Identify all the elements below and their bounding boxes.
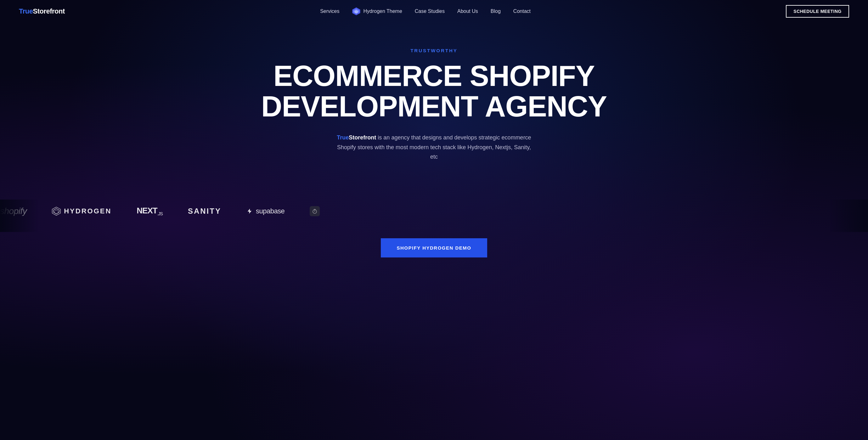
tech-logos-strip: shopify HYDROGEN NEXT.JS SANITY [0, 199, 868, 232]
nav-link-about-us[interactable]: About Us [457, 8, 478, 14]
nav-link-hydrogen-theme[interactable]: Hydrogen Theme [352, 7, 402, 16]
hero-description: TrueStorefront is an agency that designs… [336, 133, 532, 162]
hero-brand-true: True [337, 134, 349, 141]
hydrogen-theme-icon [352, 7, 361, 16]
hero-eyebrow: TRUSTWORTHY [6, 48, 862, 53]
nav-item-contact[interactable]: Contact [513, 8, 531, 14]
navbar: True Storefront Services Hydrogen Theme … [0, 0, 868, 23]
supabase-bolt-icon [246, 208, 253, 214]
logo-item-nextjs: NEXT.JS [136, 206, 163, 216]
schedule-meeting-button[interactable]: SCHEDULE MEETING [786, 5, 849, 18]
logos-track: shopify HYDROGEN NEXT.JS SANITY [0, 206, 868, 216]
misc-logo-box [310, 206, 320, 216]
nav-item-blog[interactable]: Blog [491, 8, 501, 14]
timer-icon [312, 209, 317, 214]
logo-storefront: Storefront [33, 7, 64, 15]
hydrogen-logo-text: HYDROGEN [64, 207, 112, 215]
hero-brand-storefront: Storefront [349, 134, 376, 141]
nextjs-sub: .JS [157, 211, 163, 216]
logo-true: True [19, 7, 33, 15]
nav-link-blog[interactable]: Blog [491, 8, 501, 14]
shopify-logo: shopify [0, 206, 27, 216]
nav-item-about-us[interactable]: About Us [457, 8, 478, 14]
cta-section: SHOPIFY HYDROGEN DEMO [0, 232, 868, 283]
hero-title-line1: ECOMMERCE SHOPIFY [274, 60, 595, 92]
shopify-hydrogen-demo-button[interactable]: SHOPIFY HYDROGEN DEMO [381, 238, 487, 257]
nav-item-case-studies[interactable]: Case Studies [415, 8, 445, 14]
logo-item-sanity: SANITY [188, 207, 221, 216]
nav-link-hydrogen-label: Hydrogen Theme [363, 8, 402, 14]
hero-section: TRUSTWORTHY ECOMMERCE SHOPIFY DEVELOPMEN… [0, 23, 868, 199]
logo-item-hydrogen: HYDROGEN [52, 207, 112, 216]
nextjs-logo: NEXT.JS [136, 206, 163, 216]
logo-item-misc [310, 206, 320, 216]
hero-title-line2: DEVELOPMENT AGENCY [261, 90, 607, 122]
hydrogen-logo-icon [52, 207, 61, 216]
logo-item-supabase: supabase [246, 207, 284, 215]
nav-item-hydrogen-theme[interactable]: Hydrogen Theme [352, 7, 402, 16]
nav-link-contact[interactable]: Contact [513, 8, 531, 14]
logo[interactable]: True Storefront [19, 7, 65, 15]
nav-item-services[interactable]: Services [320, 8, 339, 14]
sanity-logo: SANITY [188, 207, 221, 216]
nav-link-case-studies[interactable]: Case Studies [415, 8, 445, 14]
hero-title: ECOMMERCE SHOPIFY DEVELOPMENT AGENCY [261, 61, 607, 122]
nav-links: Services Hydrogen Theme Case Studies Abo… [320, 7, 531, 16]
nav-link-services[interactable]: Services [320, 8, 339, 14]
logo-item-shopify: shopify [0, 206, 27, 216]
supabase-logo: supabase [256, 207, 284, 215]
